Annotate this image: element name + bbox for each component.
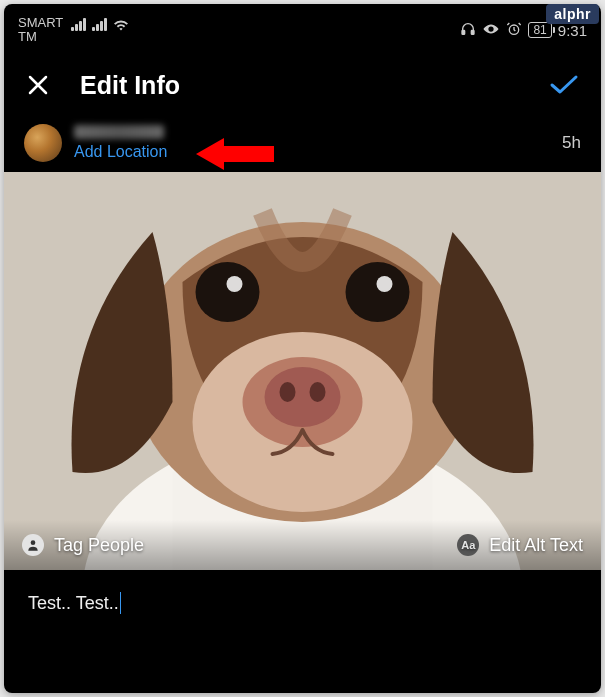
page-title: Edit Info — [80, 71, 547, 100]
alphr-watermark: alphr — [546, 4, 599, 24]
svg-point-11 — [310, 382, 326, 402]
post-timestamp: 5h — [562, 133, 581, 153]
svg-point-9 — [265, 367, 341, 427]
avatar[interactable] — [24, 124, 62, 162]
person-icon — [22, 534, 44, 556]
aa-icon: Aa — [457, 534, 479, 556]
annotation-arrow-icon — [196, 136, 276, 176]
svg-point-16 — [31, 540, 36, 545]
headphones-icon — [460, 21, 476, 40]
eye-icon — [482, 22, 500, 39]
svg-rect-0 — [462, 30, 465, 34]
edit-alt-text-label: Edit Alt Text — [489, 535, 583, 556]
confirm-button[interactable] — [547, 68, 581, 102]
add-location-link[interactable]: Add Location — [74, 143, 167, 161]
battery-percent: 81 — [533, 23, 546, 37]
check-icon — [548, 73, 580, 97]
clock-time: 9:31 — [558, 22, 587, 39]
post-meta-row: Add Location 5h — [4, 124, 601, 172]
svg-point-10 — [280, 382, 296, 402]
wifi-icon — [113, 19, 129, 31]
svg-point-15 — [377, 276, 393, 292]
status-bar: SMART TM 81 9:31 — [4, 4, 601, 52]
tag-people-button[interactable]: Tag People — [22, 534, 144, 556]
battery-icon: 81 — [528, 22, 551, 38]
close-button[interactable] — [24, 71, 52, 99]
edit-alt-text-button[interactable]: Aa Edit Alt Text — [457, 534, 583, 556]
post-photo[interactable]: Tag People Aa Edit Alt Text — [4, 172, 601, 570]
text-cursor — [120, 592, 122, 614]
username-blurred — [74, 125, 164, 139]
signal-bars-icon — [71, 18, 86, 31]
signal-cluster — [71, 18, 129, 31]
header: Edit Info — [4, 52, 601, 124]
signal-bars-icon-2 — [92, 18, 107, 31]
carrier-line2: TM — [18, 30, 63, 44]
svg-point-14 — [227, 276, 243, 292]
svg-rect-1 — [472, 30, 475, 34]
carrier-label: SMART TM — [18, 16, 63, 45]
svg-point-12 — [196, 262, 260, 322]
caption-text: Test.. Test.. — [28, 593, 119, 614]
svg-marker-3 — [196, 138, 274, 170]
screen: SMART TM 81 9:31 — [4, 4, 601, 693]
status-left: SMART TM — [18, 16, 129, 45]
caption-input[interactable]: Test.. Test.. — [4, 570, 601, 636]
svg-point-13 — [346, 262, 410, 322]
close-icon — [26, 73, 50, 97]
dog-image — [4, 172, 601, 570]
photo-overlay: Tag People Aa Edit Alt Text — [4, 520, 601, 570]
carrier-line1: SMART — [18, 16, 63, 30]
tag-people-label: Tag People — [54, 535, 144, 556]
meta-text: Add Location — [74, 125, 167, 161]
alarm-icon — [506, 21, 522, 40]
